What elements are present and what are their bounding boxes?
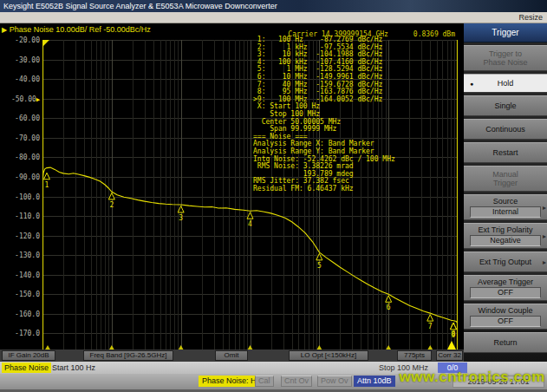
softkey-manual[interactable]: ManualTrigger bbox=[464, 166, 547, 192]
softkey-restart[interactable]: Restart bbox=[464, 142, 547, 163]
softkey-window-couple[interactable]: Window CoupleOFF bbox=[464, 304, 547, 330]
y-axis-tick-label: -90.00 bbox=[0, 173, 40, 181]
softkey-label: Average Trigger bbox=[464, 278, 547, 286]
softkey-menu: TriggerTrigger toPhase NoiseHold●SingleC… bbox=[464, 23, 547, 362]
phase-noise-trace bbox=[42, 167, 458, 323]
trace-marker-icon[interactable] bbox=[247, 212, 253, 219]
attenuator-badge: Attn 10dB bbox=[354, 376, 395, 387]
trace-marker-icon[interactable] bbox=[44, 173, 50, 180]
trace-marker-icon[interactable] bbox=[178, 206, 184, 212]
main-area: ▶ Phase Noise 10.00dB/ Ref -50.00dBc/Hz … bbox=[0, 23, 547, 362]
trace-marker-number: 1 bbox=[45, 181, 49, 189]
trace-marker-icon[interactable] bbox=[427, 315, 433, 322]
y-axis-tick-label: -150.0 bbox=[0, 291, 40, 298]
submenu-arrow-icon: ▸ bbox=[543, 258, 546, 266]
watermark: www.cntronics.com bbox=[400, 369, 545, 386]
softkey-label: Continuous bbox=[464, 125, 547, 134]
selected-bullet-icon: ● bbox=[470, 81, 473, 87]
softkey-label: Hold bbox=[464, 79, 547, 88]
config-field: Corr 32 bbox=[436, 350, 463, 361]
active-trace-icon: ▶ bbox=[2, 26, 7, 34]
cal-indicator: Cal bbox=[255, 376, 274, 387]
y-axis-tick-label: -110.0 bbox=[0, 212, 40, 220]
config-field: LO Opt [<150kHz] bbox=[289, 350, 368, 361]
softkey-label: Manual bbox=[464, 170, 547, 179]
y-axis-tick-label: -20.00 bbox=[0, 36, 40, 44]
instrument-display: ▶ Phase Noise 10.00dB/ Ref -50.00dBc/Hz … bbox=[0, 23, 464, 362]
y-axis-tick-label: -60.00 bbox=[0, 114, 40, 122]
y-axis-tick-label: -170.0 bbox=[0, 330, 40, 337]
trace-marker-number: 5 bbox=[317, 262, 322, 270]
trace-marker-icon[interactable] bbox=[108, 193, 114, 199]
window-title: Keysight E5052B Signal Source Analyzer &… bbox=[3, 2, 277, 10]
softkey-average-trigger[interactable]: Average TriggerOFF bbox=[464, 275, 547, 301]
reference-level-arrow-icon: ▶ bbox=[36, 96, 40, 103]
y-axis-tick-label: -80.00 bbox=[0, 154, 40, 161]
count-overload-indicator: Cnt Ov bbox=[281, 376, 312, 387]
phase-noise-plot[interactable]: 123456789 bbox=[42, 40, 458, 353]
resize-button[interactable]: Resize bbox=[518, 13, 543, 22]
config-field: 775pts bbox=[397, 350, 432, 361]
softkey-value: Internal bbox=[470, 206, 541, 218]
trace-marker-number: 6 bbox=[387, 304, 391, 311]
softkey-continuous[interactable]: Continuous bbox=[464, 119, 547, 140]
softkey-value: Negative bbox=[470, 235, 541, 246]
softkey-label: Source bbox=[464, 197, 547, 206]
power-overload-indicator: Pow Ov bbox=[317, 376, 352, 387]
softkey-label: Ext Trig Output bbox=[464, 258, 547, 266]
y-axis-tick-label: -100.0 bbox=[0, 193, 40, 201]
measurement-mode-badge[interactable]: Phase Noise bbox=[2, 363, 51, 373]
trace-marker-number: 4 bbox=[248, 220, 252, 228]
submenu-arrow-icon: ▸ bbox=[543, 204, 546, 212]
softkey-label: Window Couple bbox=[464, 306, 547, 315]
y-axis-tick-label: -140.0 bbox=[0, 271, 40, 279]
softkey-ext-trig-output[interactable]: Ext Trig Output▸ bbox=[464, 252, 547, 272]
trace-marker-number: 3 bbox=[179, 214, 183, 222]
config-field: Omit bbox=[215, 350, 248, 361]
window-titlebar: Keysight E5052B Signal Source Analyzer &… bbox=[0, 0, 547, 12]
softkey-label: Trigger bbox=[464, 179, 547, 187]
config-field: Freq Band [9G-26.5GHz] bbox=[83, 350, 173, 361]
softkey-ext-trig-polarity[interactable]: Ext Trig PolarityNegative▸ bbox=[464, 223, 547, 249]
softkey-label: Ext Trig Polarity bbox=[464, 225, 547, 234]
softkey-single[interactable]: Single bbox=[464, 95, 547, 116]
y-axis-tick-label: -30.00 bbox=[0, 56, 40, 64]
carrier-power: 0.8369 dBm bbox=[414, 30, 455, 38]
resize-bar: Resize bbox=[0, 12, 547, 23]
softkey-label: Restart bbox=[464, 148, 547, 157]
trace-marker-number: 9 bbox=[452, 331, 456, 339]
softkey-trigger-to[interactable]: Trigger toPhase Noise bbox=[464, 45, 547, 71]
trace-scale-label: Phase Noise 10.00dB/ Ref -50.00dBc/Hz bbox=[10, 25, 151, 34]
y-axis-tick-label: -160.0 bbox=[0, 310, 40, 318]
y-axis-tick-label: -50.00▶ bbox=[0, 95, 40, 103]
softkey-label: Trigger to bbox=[464, 49, 547, 58]
sweep-start-label: Start 100 Hz bbox=[52, 363, 95, 373]
trace-marker-number: 7 bbox=[428, 323, 433, 330]
softkey-menu-title: Trigger bbox=[464, 23, 547, 42]
trace-marker-number: 2 bbox=[109, 201, 114, 209]
softkey-source[interactable]: SourceInternal▸ bbox=[464, 194, 547, 220]
phase-noise-chart: 123456789 bbox=[42, 40, 458, 353]
softkey-return[interactable]: Return bbox=[464, 332, 547, 353]
softkey-label: Phase Noise bbox=[464, 58, 547, 67]
y-axis-tick-label: -130.0 bbox=[0, 252, 40, 259]
marker-readout-line: Residual FM: 6.46437 kHz bbox=[253, 186, 395, 193]
softkey-label: Single bbox=[464, 101, 547, 110]
y-axis-tick-label: -120.0 bbox=[0, 232, 40, 240]
softkey-value: OFF bbox=[470, 316, 541, 327]
softkey-label: Return bbox=[464, 338, 547, 347]
y-axis-tick-label: -40.00 bbox=[0, 75, 40, 83]
measurement-config-row: IF Gain 20dBFreq Band [9G-26.5GHz]OmitLO… bbox=[0, 350, 464, 362]
plot-corner-flag bbox=[42, 40, 49, 47]
marker-readout-panel: 1: 100 Hz -87.2769 dBc/Hz 2: 1 kHz -97.5… bbox=[253, 36, 395, 193]
softkey-value: OFF bbox=[470, 287, 541, 298]
app-window: Keysight E5052B Signal Source Analyzer &… bbox=[0, 0, 547, 392]
trace-header[interactable]: ▶ Phase Noise 10.00dB/ Ref -50.00dBc/Hz bbox=[2, 25, 151, 34]
softkey-hold[interactable]: Hold● bbox=[464, 74, 547, 93]
submenu-arrow-icon: ▸ bbox=[543, 232, 546, 240]
config-field: IF Gain 20dB bbox=[2, 350, 55, 361]
y-axis-tick-label: -70.00 bbox=[0, 134, 40, 142]
